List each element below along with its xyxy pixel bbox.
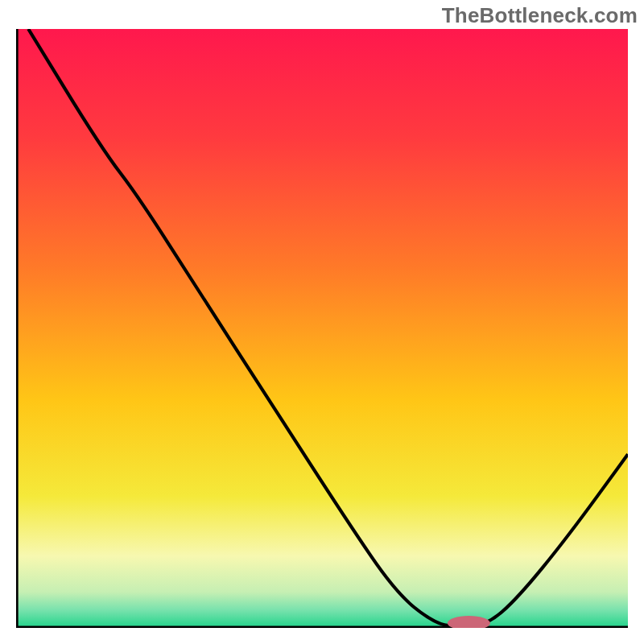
watermark-text: TheBottleneck.com (442, 3, 638, 28)
bottleneck-chart (16, 29, 628, 628)
chart-container: TheBottleneck.com (0, 0, 644, 644)
chart-background (16, 29, 628, 628)
